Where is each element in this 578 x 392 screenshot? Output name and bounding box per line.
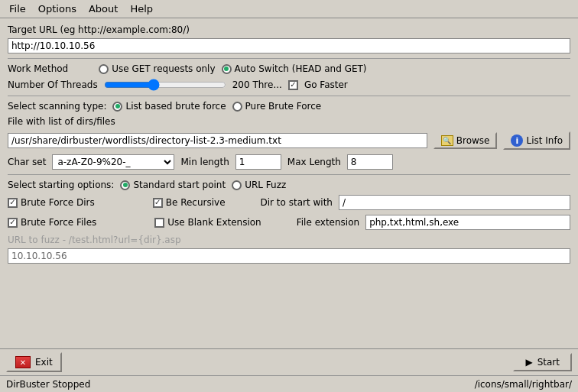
blank-ext-label: Use Blank Extension [167,217,261,228]
bff-label: Brute Force Files [21,217,96,228]
blank-ext-checkbox [154,218,164,228]
list-info-label: List Info [526,135,563,146]
bfd-row: Brute Force Dirs Be Recursive Dir to sta… [8,195,570,210]
file-ext-label: File extension [297,217,359,228]
start-arrow: ▶ [525,357,532,368]
starting-options-row: Select starting options: Standard start … [8,180,570,190]
exit-icon: ✕ [15,356,31,368]
radio-auto-switch-label: Auto Switch (HEAD and GET) [235,63,367,74]
status-right: /icons/small/rightbar/ [475,379,572,390]
file-list-row: File with list of dirs/files [8,116,570,127]
url-fuzz-section: URL to fuzz - /test.html?url={dir}.asp [8,235,570,264]
start-label: Start [537,357,560,368]
menu-help[interactable]: Help [124,2,159,16]
dir-start-input[interactable] [339,195,570,210]
radio-url-fuzz[interactable]: URL Fuzz [232,180,286,190]
browse-button[interactable]: 🔍 Browse [434,132,498,149]
dir-start-label: Dir to start with [261,197,333,208]
min-length-label: Min length [180,157,229,167]
radio-auto-switch[interactable]: Auto Switch (HEAD and GET) [222,63,367,74]
list-info-button[interactable]: i List Info [503,131,570,150]
go-faster-checkbox[interactable] [288,80,298,90]
file-ext-input[interactable] [365,215,570,230]
radio-get-only-dot [99,64,109,74]
radio-pure-brute-label: Pure Brute Force [245,101,322,112]
charset-select[interactable]: a-zA-Z0-9%20-_ [52,154,174,170]
radio-list-brute-label: List based brute force [125,101,226,112]
menu-about[interactable]: About [83,2,124,16]
blank-ext-check[interactable]: Use Blank Extension [154,217,261,228]
radio-get-only-label: Use GET requests only [112,63,215,74]
radio-list-brute[interactable]: List based brute force [112,101,226,112]
max-length-label: Max Length [287,157,341,167]
divider-3 [8,174,570,175]
recursive-label: Be Recursive [166,197,226,208]
brute-force-files-check[interactable]: Brute Force Files [8,217,96,228]
target-url-label: Target URL (eg http://example.com:80/) [8,24,570,35]
divider-2 [8,96,570,96]
min-length-input[interactable] [235,154,281,170]
url-fuzz-label: URL to fuzz - /test.html?url={dir}.asp [8,235,570,245]
menu-options[interactable]: Options [32,2,83,16]
browse-label: Browse [456,135,490,146]
bff-checkbox [8,218,18,228]
scanning-type-label: Select scanning type: [8,101,106,112]
menubar: File Options About Help [0,0,578,18]
file-input-row: 🔍 Browse i List Info [8,131,570,150]
divider-1 [8,58,570,59]
max-length-input[interactable] [347,154,393,170]
go-faster-label: Go Faster [304,79,348,90]
starting-options-label: Select starting options: [8,180,114,190]
exit-button[interactable]: ✕ Exit [6,352,62,372]
radio-pure-brute[interactable]: Pure Brute Force [232,101,322,112]
brute-force-dirs-check[interactable]: Brute Force Dirs [8,197,95,208]
status-bar: DirBuster Stopped /icons/small/rightbar/ [0,375,578,392]
recursive-checkbox [153,198,163,208]
radio-list-brute-dot [112,102,122,112]
threads-row: Number Of Threads 200 Thre... Go Faster [8,79,570,91]
menu-file[interactable]: File [3,2,32,16]
info-icon: i [511,134,523,147]
radio-auto-switch-dot [222,64,232,74]
threads-display: 200 Thre... [232,79,282,90]
charset-label: Char set [8,157,46,167]
radio-standard-label: Standard start point [133,180,226,190]
work-method-label: Work Method [8,63,68,74]
target-url-input[interactable] [8,38,570,53]
radio-standard-dot [120,180,130,190]
main-panel: Target URL (eg http://example.com:80/) W… [0,18,578,348]
radio-pure-brute-dot [232,102,242,112]
status-left: DirBuster Stopped [6,379,90,390]
bfd-checkbox [8,198,18,208]
threads-label: Number Of Threads [8,79,98,90]
threads-slider[interactable] [104,79,226,91]
bff-row: Brute Force Files Use Blank Extension Fi… [8,215,570,230]
scanning-type-row: Select scanning type: List based brute f… [8,101,570,112]
target-url-section: Target URL (eg http://example.com:80/) [8,24,570,53]
exit-label: Exit [35,357,53,368]
file-list-input[interactable] [8,133,427,148]
bottom-bar: ✕ Exit ▶ Start [0,348,578,375]
charset-row: Char set a-zA-Z0-9%20-_ Min length Max L… [8,154,570,170]
radio-url-fuzz-dot [232,180,242,190]
browse-icon: 🔍 [441,135,453,146]
bfd-label: Brute Force Dirs [21,197,95,208]
start-button[interactable]: ▶ Start [513,353,572,371]
radio-standard-start[interactable]: Standard start point [120,180,226,190]
work-method-row: Work Method Use GET requests only Auto S… [8,63,570,74]
file-list-label: File with list of dirs/files [8,116,115,127]
radio-get-only[interactable]: Use GET requests only [99,63,215,74]
be-recursive-check[interactable]: Be Recursive [153,197,226,208]
url-fuzz-input[interactable] [8,248,570,264]
radio-url-fuzz-label: URL Fuzz [245,180,286,190]
